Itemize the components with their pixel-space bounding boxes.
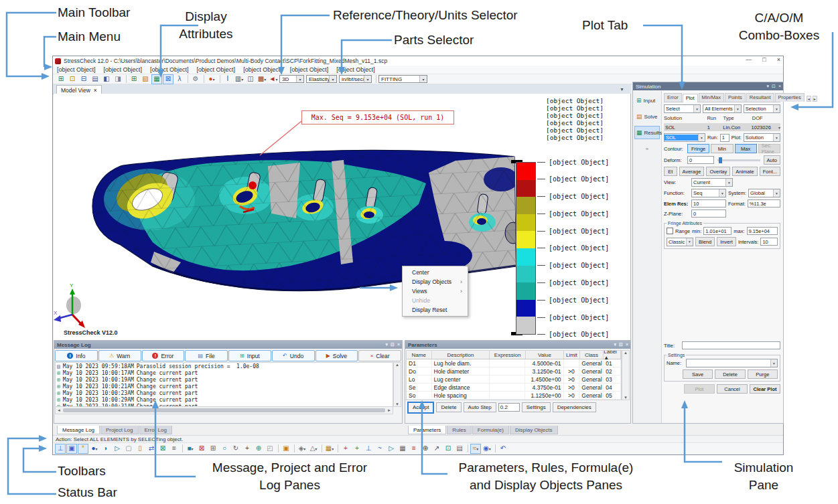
option-button[interactable]: Overlay: [706, 167, 730, 176]
shading-icon[interactable]: △▾: [308, 444, 319, 454]
scroll-up-icon[interactable]: ▲: [395, 363, 399, 367]
format-input[interactable]: %11.3e: [748, 199, 780, 207]
settings-button[interactable]: Settings: [522, 402, 551, 412]
plot-combo[interactable]: Solution▾: [744, 133, 780, 142]
context-menu-item[interactable]: Views›: [403, 286, 468, 296]
display-attributes-ball-icon[interactable]: ●▾: [206, 74, 217, 84]
action-button[interactable]: Cancel: [717, 384, 748, 394]
blend-button[interactable]: Blend: [695, 237, 715, 246]
pane-pin-icon[interactable]: ⊡: [619, 342, 623, 347]
log-row[interactable]: ⊞May 10 2023 10:00:23AMChange current pa…: [56, 390, 393, 396]
pane-menu-icon[interactable]: ▾: [614, 342, 617, 347]
range-max-input[interactable]: 9.15e+04: [747, 227, 778, 235]
vector-icon[interactable]: ↗: [431, 444, 442, 454]
scroll-down-icon[interactable]: ▼: [395, 402, 399, 406]
table-row[interactable]: Lo Lug center 1.4500e+00 >0 General 03: [407, 375, 621, 384]
scrollbar-thumb[interactable]: [63, 408, 385, 412]
model-view-canvas[interactable]: Y X [object Object][object Object][objec…: [54, 94, 631, 341]
caom-combo[interactable]: Select▾: [664, 104, 701, 113]
scroll-down-icon[interactable]: ▼: [624, 396, 628, 400]
function-combo[interactable]: Seq▾: [691, 189, 726, 197]
context-menu-item[interactable]: Display Reset: [403, 305, 468, 315]
table-row[interactable]: So Hole spacing 1.1250e+00 >0 General 05: [407, 392, 621, 400]
mesh-icon[interactable]: ⊠: [157, 444, 168, 454]
auto-step-button[interactable]: Auto Step: [464, 402, 496, 412]
menu-item[interactable]: [object Object]: [243, 66, 282, 73]
settings-button[interactable]: Save: [683, 369, 713, 379]
tab-list-dropdown-icon[interactable]: ▼: [620, 87, 624, 92]
column-header[interactable]: Expression: [490, 351, 525, 359]
fringe-plot-icon[interactable]: ≈▾: [470, 444, 481, 454]
auto-button[interactable]: Auto: [764, 155, 780, 165]
parameters-titlebar[interactable]: Parameters ▾⊡×: [405, 341, 630, 349]
contour-button[interactable]: Max: [735, 144, 757, 153]
column-header[interactable]: Description: [432, 351, 490, 359]
context-menu-item[interactable]: Unhide: [403, 296, 468, 305]
tab-model-view[interactable]: Model View×: [56, 85, 102, 94]
column-header[interactable]: Value: [526, 351, 564, 359]
contour-button[interactable]: Fringe: [687, 144, 709, 153]
pane-pin-icon[interactable]: ⊡: [772, 84, 776, 89]
parameters-pane-tab[interactable]: Formula(e): [472, 426, 509, 434]
fringe-style-combo[interactable]: Classic▾: [667, 238, 693, 246]
layout-icon[interactable]: ◨: [113, 74, 123, 84]
vertical-scrollbar[interactable]: ▲▼: [622, 350, 630, 400]
table-icon[interactable]: ▦: [397, 444, 408, 454]
curve-fit-icon[interactable]: ~: [374, 444, 385, 454]
model-display-icon[interactable]: ▦: [151, 74, 162, 84]
sim-nav-item[interactable]: ▤Solve: [634, 110, 660, 123]
reference-selector[interactable]: 3D▾: [279, 75, 304, 83]
column-header[interactable]: Class: [580, 351, 604, 359]
pane-pin-icon[interactable]: ⊡: [391, 342, 395, 347]
nav-more-button[interactable]: »: [633, 146, 661, 152]
context-menu-item[interactable]: Center: [403, 268, 468, 277]
step-value-input[interactable]: 0.2: [498, 403, 520, 412]
table-row[interactable]: D1 Lug hole diam. 4.5000e-01 General 01: [407, 359, 621, 367]
gear-icon[interactable]: ⚙: [190, 74, 201, 84]
report-icon[interactable]: ≡: [409, 444, 419, 454]
parameters-pane-tab[interactable]: Parameters: [408, 426, 446, 434]
log-filter-button[interactable]: ▤File: [185, 350, 228, 361]
settings-button[interactable]: Delete: [715, 369, 745, 379]
log-filter-button[interactable]: ↶Undo: [272, 350, 315, 361]
view-combo[interactable]: Current▾: [691, 178, 733, 187]
log-filter-button[interactable]: ×Clear: [358, 350, 401, 361]
locate-icon[interactable]: +: [340, 444, 351, 454]
surface-icon[interactable]: ▷: [112, 444, 123, 454]
caom-combo[interactable]: Selection▾: [744, 104, 780, 113]
caom-combo[interactable]: All Elements▾: [703, 104, 742, 113]
simulation-titlebar[interactable]: Simulation ▾⊡×: [633, 82, 783, 90]
sheet-icon[interactable]: ▯: [135, 444, 145, 454]
parameters-pane-tab[interactable]: Rules: [447, 426, 471, 434]
context-menu-item[interactable]: Display Objects›: [403, 277, 468, 286]
center-icon[interactable]: ⊕: [420, 444, 431, 454]
parameters-pane-tab[interactable]: Display Objects: [510, 426, 558, 434]
column-header[interactable]: Label ▲: [604, 351, 621, 359]
parts-selector[interactable]: FITTING▾: [378, 75, 427, 83]
undo-icon[interactable]: ↶: [498, 444, 508, 454]
node-icon[interactable]: ⊥: [55, 444, 66, 454]
sim-tab[interactable]: Min/Max: [699, 93, 724, 102]
minimize-button[interactable]: —: [746, 56, 752, 63]
delete-button[interactable]: Delete: [436, 402, 461, 412]
maximize-button[interactable]: □: [762, 56, 766, 63]
plug-icon[interactable]: ◄▾: [268, 74, 279, 84]
zoom-window-icon[interactable]: ◰: [265, 444, 275, 454]
run-input[interactable]: 1: [720, 134, 729, 142]
zplane-input[interactable]: 0: [691, 209, 726, 218]
log-row[interactable]: ⊞May 10 2023 10:00:17AMChange current pa…: [56, 369, 393, 376]
vertical-scrollbar[interactable]: ▲▼: [393, 362, 401, 407]
extrude-icon[interactable]: I: [222, 74, 233, 84]
library-icon[interactable]: ▧: [140, 74, 151, 84]
menu-item[interactable]: [object Object]: [197, 66, 236, 73]
title-bar[interactable]: StressCheck 12.0 - C:\Users\blancaster\D…: [53, 56, 783, 66]
menu-item[interactable]: [object Object]: [150, 66, 189, 73]
log-icon[interactable]: ▤: [454, 444, 465, 454]
circle-select-icon[interactable]: ○: [219, 444, 230, 454]
option-button[interactable]: Animate: [732, 167, 758, 176]
log-row[interactable]: ⊞May 10 2023 10:00:29AMChange current pa…: [56, 396, 393, 403]
probe-icon[interactable]: +: [352, 444, 362, 454]
scroll-up-icon[interactable]: ▲: [624, 351, 628, 355]
log-row[interactable]: ▤May 10 2023 09:59:18AMParasolid session…: [56, 363, 393, 369]
log-row[interactable]: ⊞May 10 2023 10:00:19AMChange current pa…: [56, 376, 393, 383]
